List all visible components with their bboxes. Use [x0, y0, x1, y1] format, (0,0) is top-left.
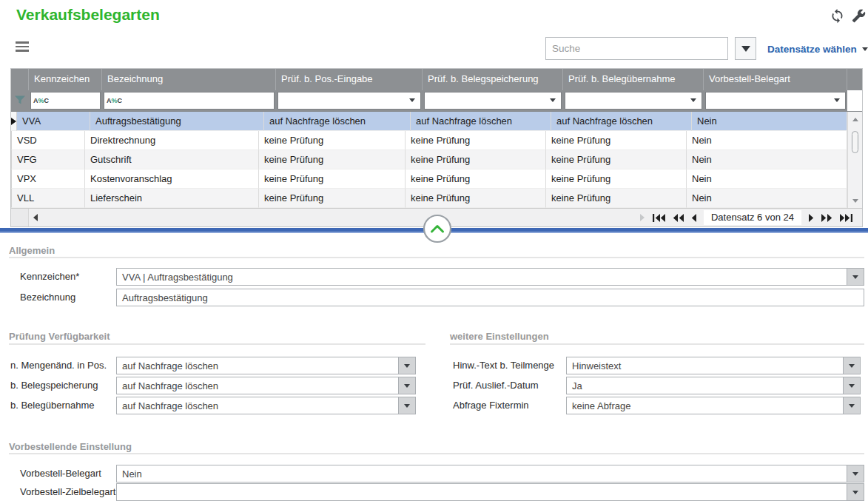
- table-cell[interactable]: Nein: [687, 169, 847, 189]
- column-header-kennzeichen[interactable]: Kennzeichen: [29, 69, 102, 90]
- horizontal-scrollbar[interactable]: [42, 209, 636, 226]
- dropdown-button[interactable]: [398, 397, 415, 414]
- last-record-button[interactable]: [840, 209, 852, 226]
- table-cell[interactable]: VLL: [12, 189, 85, 208]
- column-header-belegspeicherung[interactable]: Prüf. b. Belegspeicherung: [423, 69, 563, 90]
- vertical-scrollbar[interactable]: [847, 112, 862, 208]
- belegübernahme-combo[interactable]: auf Nachfrage löschen: [116, 397, 416, 414]
- table-cell[interactable]: VSD: [12, 131, 85, 150]
- belegspeicherung-combo[interactable]: auf Nachfrage löschen: [116, 377, 416, 394]
- mengenaend-value: auf Nachfrage löschen: [117, 360, 398, 371]
- settings-button[interactable]: [852, 7, 868, 24]
- records-select-link[interactable]: Datensätze wählen: [767, 41, 868, 56]
- auto-filter-badge[interactable]: A%C: [104, 97, 122, 104]
- dropdown-button[interactable]: [843, 357, 860, 374]
- filter-combo-belegspeicherung[interactable]: [424, 92, 562, 110]
- column-header-vorbestell-belegart[interactable]: Vorbestell-Belegart: [704, 69, 847, 90]
- table-cell[interactable]: Direktrechnung: [85, 131, 259, 150]
- page-title: Verkaufsbelegarten: [16, 6, 160, 24]
- arrow-down-icon: [852, 199, 858, 203]
- dropdown-arrow-icon: [404, 364, 410, 368]
- mengenaend-combo[interactable]: auf Nachfrage löschen: [116, 357, 416, 374]
- dropdown-button[interactable]: [847, 484, 864, 500]
- dropdown-button[interactable]: [398, 357, 415, 374]
- table-cell[interactable]: keine Prüfung: [259, 189, 406, 208]
- table-cell[interactable]: keine Prüfung: [546, 169, 687, 189]
- prev-page-button[interactable]: [673, 209, 684, 226]
- table-cell[interactable]: keine Prüfung: [259, 150, 406, 169]
- table-cell[interactable]: Kostenvoranschlag: [85, 169, 259, 189]
- auto-filter-badge[interactable]: A%C: [31, 97, 49, 104]
- vertical-scrollbar-thumb[interactable]: [852, 131, 858, 153]
- collapse-panel-button[interactable]: [423, 214, 452, 243]
- column-header-bezeichnung[interactable]: Bezeichnung: [102, 69, 276, 90]
- kennzeichen-combo[interactable]: VVA | Auftragsbestätigung: [116, 268, 864, 286]
- table-cell[interactable]: keine Prüfung: [406, 169, 546, 189]
- table-cell[interactable]: keine Prüfung: [546, 189, 687, 208]
- table-cell[interactable]: keine Prüfung: [259, 169, 406, 189]
- filter-cell-kennzeichen: A%C: [29, 90, 102, 112]
- auslief-datum-combo[interactable]: Ja: [566, 377, 861, 394]
- dropdown-arrow-icon: [849, 384, 855, 388]
- dropdown-button[interactable]: [847, 465, 864, 482]
- filter-combo-belegübernahme[interactable]: [565, 92, 702, 110]
- menu-icon[interactable]: [16, 41, 29, 53]
- next-record-button[interactable]: [808, 209, 814, 226]
- bezeichnung-field[interactable]: Auftragsbestätigung: [116, 289, 864, 306]
- filter-input-kennzeichen[interactable]: [49, 93, 100, 109]
- vorbestell-belegart-combo[interactable]: Nein: [116, 465, 864, 482]
- column-header-pos-eingabe[interactable]: Prüf. b. Pos.-Eingabe: [276, 69, 423, 90]
- filter-input-bezeichnung[interactable]: [122, 93, 274, 109]
- table-row[interactable]: VPX Kostenvoranschlag keine Prüfung kein…: [11, 169, 847, 189]
- next-page-button[interactable]: [821, 209, 832, 226]
- search-input[interactable]: [545, 37, 728, 60]
- table-cell[interactable]: Nein: [692, 112, 847, 131]
- table-cell[interactable]: Gutschrift: [85, 150, 259, 169]
- table-cell[interactable]: Auftragsbestätigung: [90, 112, 264, 131]
- table-cell[interactable]: keine Prüfung: [259, 131, 406, 150]
- row-marker[interactable]: [11, 112, 17, 131]
- hscroll-left-button[interactable]: [29, 209, 42, 226]
- label-vorbestell-zielbelegart: Vorbestell-Zielbelegart: [20, 483, 115, 501]
- vorbestell-zielbelegart-combo[interactable]: [116, 483, 864, 501]
- table-row[interactable]: VLL Lieferschein keine Prüfung keine Prü…: [11, 189, 847, 208]
- prev-record-button[interactable]: [691, 209, 697, 226]
- filter-combo-vorbestell[interactable]: [705, 92, 846, 110]
- table-cell[interactable]: auf Nachfrage löschen: [551, 112, 692, 131]
- table-row[interactable]: VFG Gutschrift keine Prüfung keine Prüfu…: [11, 150, 847, 169]
- dropdown-button[interactable]: [398, 377, 415, 394]
- table-cell[interactable]: VPX: [12, 169, 85, 189]
- fixtermin-combo[interactable]: keine Abfrage: [566, 397, 861, 414]
- table-cell[interactable]: keine Prüfung: [406, 150, 546, 169]
- table-cell[interactable]: Nein: [687, 131, 847, 150]
- table-row[interactable]: VSD Direktrechnung keine Prüfung keine P…: [11, 131, 847, 150]
- scroll-down-button[interactable]: [848, 195, 862, 206]
- label-kennzeichen: Kennzeichen*: [20, 268, 79, 286]
- table-cell[interactable]: auf Nachfrage löschen: [264, 112, 411, 131]
- arrow-up-icon: [852, 118, 858, 121]
- table-row[interactable]: VVA Auftragsbestätigung auf Nachfrage lö…: [11, 112, 847, 131]
- table-cell[interactable]: Lieferschein: [85, 189, 259, 208]
- hinweistext-combo[interactable]: Hinweistext: [566, 357, 861, 374]
- dropdown-button[interactable]: [843, 377, 860, 394]
- table-cell[interactable]: auf Nachfrage löschen: [411, 112, 551, 131]
- table-cell[interactable]: keine Prüfung: [406, 189, 546, 208]
- table-cell[interactable]: Nein: [687, 150, 847, 169]
- dropdown-button[interactable]: [843, 397, 860, 414]
- first-record-button[interactable]: [653, 209, 665, 226]
- dropdown-button[interactable]: [847, 269, 864, 285]
- table-cell[interactable]: Nein: [687, 189, 847, 208]
- filter-dropdown-button[interactable]: [735, 37, 756, 60]
- refresh-button[interactable]: [830, 7, 846, 24]
- table-cell[interactable]: keine Prüfung: [546, 150, 687, 169]
- table-cell[interactable]: VVA: [17, 112, 90, 131]
- filter-combo-pos-eingabe[interactable]: [277, 92, 421, 110]
- table-cell[interactable]: keine Prüfung: [406, 131, 546, 150]
- grid-rows: VVA Auftragsbestätigung auf Nachfrage lö…: [11, 112, 847, 208]
- hscroll-right-button[interactable]: [636, 209, 649, 226]
- filter-icon[interactable]: [11, 90, 29, 112]
- scroll-up-button[interactable]: [848, 114, 862, 124]
- column-header-belegübernahme[interactable]: Prüf. b. Belegübernahme: [563, 69, 704, 90]
- table-cell[interactable]: VFG: [12, 150, 85, 169]
- table-cell[interactable]: keine Prüfung: [546, 131, 687, 150]
